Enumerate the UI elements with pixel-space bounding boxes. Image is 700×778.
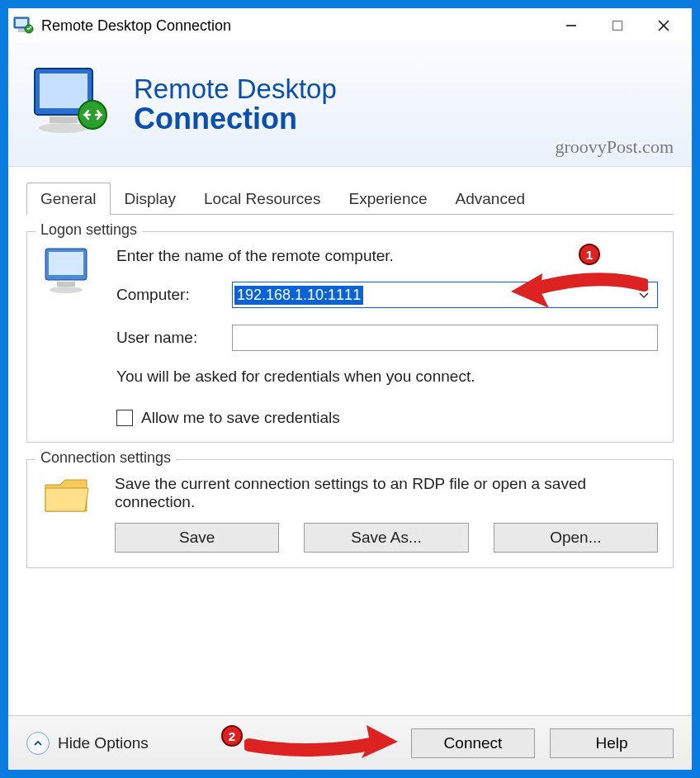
app-icon [13,17,35,35]
connection-settings-group: Connection settings Save the current con… [26,459,674,568]
minimize-button[interactable] [548,12,594,40]
annotation-arrow-2 [244,720,401,765]
tab-local-resources[interactable]: Local Resources [190,183,335,215]
svg-rect-10 [50,116,78,123]
svg-rect-9 [40,74,88,108]
banner-title-line1: Remote Desktop [134,74,337,105]
svg-rect-5 [613,21,622,31]
footer: Hide Options Connect Help 2 [8,715,692,770]
connection-text: Save the current connection settings to … [115,475,658,511]
hide-options-button[interactable]: Hide Options [26,732,149,755]
computer-label: Computer: [116,286,232,304]
svg-rect-15 [57,282,75,287]
connect-button[interactable]: Connect [411,728,535,758]
save-credentials-label: Allow me to save credentials [141,409,340,427]
annotation-badge-2: 2 [221,725,243,747]
chevron-up-icon [26,732,50,755]
help-button[interactable]: Help [550,728,674,758]
logon-group-title: Logon settings [35,221,142,239]
connection-group-title: Connection settings [35,449,176,467]
tab-experience[interactable]: Experience [334,183,441,215]
save-as-button[interactable]: Save As... [304,523,468,553]
username-input[interactable] [232,325,658,351]
banner-title-line2: Connection [134,102,337,136]
maximize-button[interactable] [594,12,641,40]
folder-icon [42,475,100,553]
computer-value: 192.168.1.10:1111 [234,286,363,305]
logon-settings-group: Logon settings Enter the name of the rem… [26,231,674,443]
close-button[interactable] [641,12,687,40]
username-label: User name: [116,329,232,347]
svg-point-11 [39,123,88,133]
window-title: Remote Desktop Connection [41,17,548,35]
save-button[interactable]: Save [115,523,279,553]
tab-bar: General Display Local Resources Experien… [26,182,674,215]
tab-general[interactable]: General [26,183,111,215]
tab-advanced[interactable]: Advanced [442,183,540,215]
svg-rect-14 [49,252,83,275]
monitor-icon [42,247,100,427]
watermark: groovyPost.com [555,136,674,158]
banner: Remote Desktop Connection groovyPost.com [8,43,692,167]
save-credentials-checkbox[interactable] [116,410,133,426]
logon-instruction: Enter the name of the remote computer. [116,247,658,265]
svg-rect-2 [18,29,25,32]
tab-display[interactable]: Display [111,183,190,215]
annotation-badge-1: 1 [579,244,600,265]
svg-rect-1 [16,19,27,26]
svg-point-16 [50,287,83,293]
rdc-icon [30,65,112,145]
hide-options-label: Hide Options [58,734,149,752]
credentials-note: You will be asked for credentials when y… [116,368,658,386]
annotation-arrow-1 [508,270,648,315]
titlebar: Remote Desktop Connection [8,8,692,43]
open-button[interactable]: Open... [494,523,658,553]
